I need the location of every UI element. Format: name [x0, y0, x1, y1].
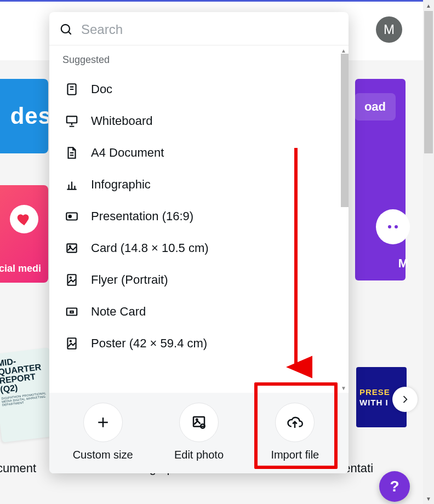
item-label: Card (14.8 × 10.5 cm): [91, 241, 209, 255]
svg-point-15: [69, 215, 71, 217]
help-label: ?: [390, 478, 399, 495]
peek-blue-card[interactable]: des: [0, 79, 48, 153]
avatar-initial: M: [384, 22, 395, 37]
browser-scroll-up-icon[interactable]: ▲: [423, 0, 434, 11]
search-row: [49, 12, 349, 45]
svg-point-19: [70, 277, 71, 278]
action-label: Custom size: [73, 449, 133, 461]
import-file-button[interactable]: Import file: [254, 403, 336, 461]
chevron-right-icon: [399, 394, 410, 405]
svg-rect-5: [67, 116, 77, 123]
plus-icon: [95, 414, 111, 431]
svg-rect-21: [70, 311, 73, 313]
action-label: Edit photo: [174, 449, 224, 461]
svg-point-23: [70, 341, 71, 342]
card-icon: [64, 240, 80, 256]
search-icon: [59, 22, 73, 37]
item-card[interactable]: Card (14.8 × 10.5 cm): [60, 232, 336, 264]
item-a4-document[interactable]: A4 Document: [60, 137, 336, 169]
dots-icon: [388, 225, 398, 228]
upload-button[interactable]: oad: [355, 93, 396, 121]
item-whiteboard[interactable]: Whiteboard: [60, 105, 336, 137]
poster-icon: [64, 335, 80, 352]
item-poster[interactable]: Poster (42 × 59.4 cm): [60, 328, 336, 359]
carousel-next-button[interactable]: [392, 387, 418, 412]
doc-icon: [64, 81, 80, 98]
browser-scroll-thumb[interactable]: [424, 11, 433, 153]
item-label: A4 Document: [91, 146, 164, 160]
social-media-label: ocial medi: [0, 263, 41, 274]
item-label: Presentation (16:9): [91, 209, 193, 224]
suggestion-list-area: Suggested Doc Whiteboard: [49, 45, 349, 393]
item-label: Poster (42 × 59.4 cm): [91, 336, 207, 351]
panel-scrollbar[interactable]: ▲ ▼: [339, 45, 349, 393]
item-doc[interactable]: Doc: [60, 73, 336, 105]
cloud-upload-icon: [287, 414, 303, 431]
item-label: Doc: [91, 82, 112, 96]
note-card-icon: [64, 303, 80, 320]
panel-scroll-thumb[interactable]: [341, 54, 349, 207]
svg-point-0: [61, 25, 70, 33]
svg-line-1: [68, 32, 71, 35]
item-presentation[interactable]: Presentation (16:9): [60, 201, 336, 232]
infographic-icon: [64, 176, 80, 193]
item-label: Infographic: [91, 177, 151, 192]
more-button[interactable]: [376, 209, 410, 244]
heart-icon: [10, 205, 38, 233]
a4-icon: [64, 145, 80, 161]
help-button[interactable]: ?: [379, 471, 410, 502]
custom-size-button[interactable]: Custom size: [62, 403, 144, 461]
presentation-icon: [64, 208, 80, 225]
action-label: Import file: [271, 449, 319, 461]
browser-scroll-down-icon[interactable]: ▼: [423, 493, 434, 504]
browser-scrollbar[interactable]: ▲ ▼: [423, 0, 434, 504]
item-flyer[interactable]: Flyer (Portrait): [60, 264, 336, 296]
scroll-down-icon[interactable]: ▼: [339, 383, 349, 393]
section-suggested: Suggested: [62, 54, 334, 66]
topbar-accent: [0, 0, 423, 2]
svg-point-17: [70, 246, 71, 247]
avatar[interactable]: M: [376, 16, 402, 43]
item-label: Note Card: [91, 305, 146, 319]
thumbnail-label-document: cument: [0, 461, 36, 476]
item-label: Flyer (Portrait): [91, 273, 168, 287]
edit-photo-button[interactable]: Edit photo: [158, 403, 240, 461]
item-label: Whiteboard: [91, 114, 153, 128]
svg-point-27: [196, 419, 198, 421]
search-input[interactable]: [81, 22, 339, 37]
action-strip: Custom size Edit photo Import file: [49, 393, 349, 473]
more-label: M: [398, 256, 408, 271]
flyer-icon: [64, 272, 80, 288]
create-dropdown: Suggested Doc Whiteboard: [49, 12, 349, 473]
whiteboard-icon: [64, 113, 80, 129]
item-note-card[interactable]: Note Card: [60, 296, 336, 328]
document-thumbnail[interactable]: MID- QUARTER REPORT (Q2) DIGIPATHON PROM…: [0, 344, 48, 443]
social-media-card[interactable]: ocial medi: [0, 185, 48, 283]
edit-photo-icon: [191, 414, 207, 431]
item-infographic[interactable]: Infographic: [60, 169, 336, 201]
